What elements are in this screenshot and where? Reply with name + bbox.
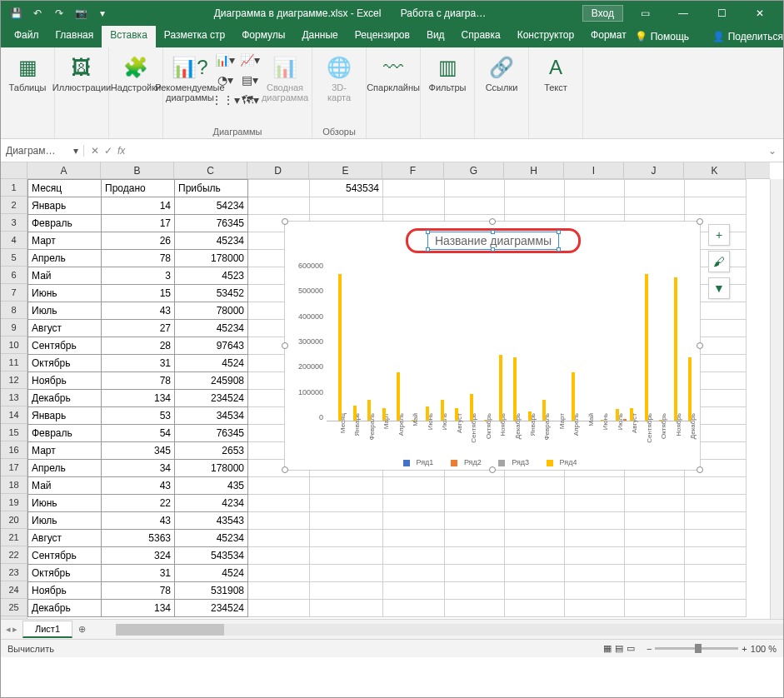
cell[interactable]: 27 — [102, 320, 175, 337]
cell[interactable]: Июнь — [28, 285, 102, 302]
cell[interactable]: 28 — [102, 337, 175, 355]
bar-chart-button[interactable]: 📊▾ — [215, 51, 235, 69]
cell[interactable]: Февраль — [28, 425, 102, 442]
minimize-icon[interactable]: — — [667, 2, 700, 25]
tab-formulas[interactable]: Формулы — [233, 26, 293, 47]
cell[interactable] — [248, 565, 310, 582]
cell[interactable] — [248, 530, 310, 547]
cell[interactable] — [445, 180, 505, 197]
redo-icon[interactable]: ↷ — [52, 7, 66, 20]
zoom-in-button[interactable]: + — [742, 644, 747, 654]
cell[interactable] — [310, 197, 383, 215]
cell[interactable] — [565, 565, 625, 582]
tables-button[interactable]: ▦Таблицы — [7, 51, 47, 96]
row-head[interactable]: 3 — [1, 214, 27, 232]
bar[interactable] — [513, 357, 517, 421]
cell[interactable] — [565, 512, 625, 530]
cell[interactable] — [445, 547, 505, 565]
cell[interactable] — [625, 477, 685, 495]
cell[interactable] — [445, 197, 505, 215]
cell[interactable]: Август — [28, 320, 102, 337]
cell[interactable]: 26 — [102, 232, 175, 250]
cell[interactable]: 34 — [102, 460, 175, 477]
row-head[interactable]: 22 — [1, 546, 27, 564]
cell[interactable] — [625, 180, 685, 197]
cell[interactable]: 2653 — [175, 442, 248, 460]
bar[interactable] — [367, 400, 371, 421]
map-chart-button[interactable]: 🗺▾ — [240, 91, 260, 109]
cell[interactable]: Ноябрь — [28, 372, 102, 390]
camera-icon[interactable]: 📷 — [74, 7, 87, 20]
tab-home[interactable]: Главная — [47, 26, 102, 47]
cell[interactable] — [565, 477, 625, 495]
cell[interactable] — [248, 512, 310, 530]
cell[interactable]: 43 — [102, 302, 175, 320]
cell[interactable] — [248, 477, 310, 495]
cell[interactable]: 245908 — [175, 372, 248, 390]
links-button[interactable]: 🔗Ссылки — [482, 51, 522, 96]
row-head[interactable]: 25 — [1, 599, 27, 616]
col-head[interactable]: H — [504, 162, 564, 178]
scatter-chart-button[interactable]: ⋮⋮▾ — [215, 91, 235, 109]
cell[interactable] — [505, 530, 565, 547]
row-head[interactable]: 11 — [1, 354, 27, 371]
cell[interactable]: 22 — [102, 495, 175, 512]
cell[interactable]: 543534 — [175, 547, 248, 565]
cell[interactable]: Декабрь — [28, 390, 102, 407]
cell[interactable]: Июнь — [28, 495, 102, 512]
chart-filters-button[interactable]: ▼ — [708, 277, 730, 299]
hierarchy-chart-button[interactable]: ▤▾ — [240, 71, 260, 89]
cell[interactable]: 4523 — [175, 267, 248, 285]
cell[interactable]: Март — [28, 442, 102, 460]
cell[interactable] — [310, 582, 383, 600]
bar[interactable] — [688, 357, 692, 421]
bar[interactable] — [338, 274, 342, 421]
row-head[interactable]: 14 — [1, 406, 27, 424]
cell[interactable] — [383, 477, 445, 495]
cell[interactable]: Май — [28, 477, 102, 495]
cell[interactable]: Сентябрь — [28, 547, 102, 565]
vertical-scrollbar[interactable] — [770, 179, 783, 619]
enter-formula-icon[interactable]: ✓ — [104, 145, 112, 157]
cell[interactable]: Июль — [28, 512, 102, 530]
row-head[interactable]: 19 — [1, 494, 27, 511]
col-head[interactable]: K — [684, 162, 746, 178]
cell[interactable]: 234524 — [175, 390, 248, 407]
cell[interactable] — [685, 530, 747, 547]
cell[interactable] — [505, 477, 565, 495]
row-head[interactable]: 2 — [1, 197, 27, 214]
cell[interactable]: Февраль — [28, 215, 102, 232]
cell[interactable] — [310, 477, 383, 495]
cell[interactable]: 15 — [102, 285, 175, 302]
line-chart-button[interactable]: 📈▾ — [240, 51, 260, 69]
tellme-icon[interactable]: 💡 — [635, 31, 647, 42]
cell[interactable] — [505, 565, 565, 582]
bar[interactable] — [484, 420, 487, 421]
cancel-formula-icon[interactable]: ✕ — [91, 145, 99, 157]
cell[interactable]: Январь — [28, 197, 102, 215]
cell[interactable]: 234524 — [175, 600, 248, 617]
namebox-dropdown-icon[interactable]: ▾ — [73, 145, 78, 157]
pie-chart-button[interactable]: ◔▾ — [215, 71, 235, 89]
cell[interactable]: 17 — [102, 215, 175, 232]
maximize-icon[interactable]: ☐ — [705, 2, 738, 25]
cell[interactable] — [565, 495, 625, 512]
cell[interactable] — [383, 512, 445, 530]
cell[interactable] — [505, 547, 565, 565]
row-head[interactable]: 5 — [1, 249, 27, 267]
illustrations-button[interactable]: 🖼Иллюстрации — [62, 51, 102, 96]
cell[interactable] — [685, 582, 747, 600]
cell[interactable]: Октябрь — [28, 355, 102, 372]
row-head[interactable]: 21 — [1, 529, 27, 546]
cell[interactable]: 345 — [102, 442, 175, 460]
cell[interactable] — [383, 547, 445, 565]
chart-object[interactable]: Название диаграммы 600000500000400000300… — [284, 221, 701, 471]
cell[interactable]: Декабрь — [28, 600, 102, 617]
cell[interactable]: 324 — [102, 547, 175, 565]
tab-data[interactable]: Данные — [293, 26, 346, 47]
bar[interactable] — [382, 408, 386, 421]
normal-view-icon[interactable]: ▦ — [603, 643, 612, 654]
cell[interactable] — [383, 565, 445, 582]
qat-dropdown-icon[interactable]: ▾ — [96, 7, 109, 20]
cell[interactable] — [625, 547, 685, 565]
